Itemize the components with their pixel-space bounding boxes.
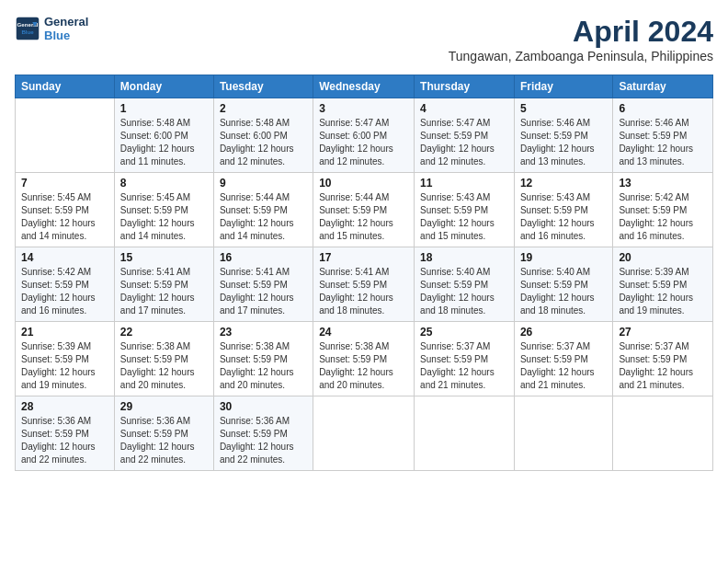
calendar-cell: 12Sunrise: 5:43 AM Sunset: 5:59 PM Dayli…: [514, 173, 612, 247]
calendar-cell: [613, 396, 713, 471]
day-info: Sunrise: 5:41 AM Sunset: 5:59 PM Dayligh…: [220, 266, 307, 317]
calendar-cell: 1Sunrise: 5:48 AM Sunset: 6:00 PM Daylig…: [114, 98, 213, 173]
day-number: 13: [619, 177, 707, 190]
calendar-cell: [16, 98, 115, 173]
calendar-cell: 10Sunrise: 5:44 AM Sunset: 5:59 PM Dayli…: [313, 173, 415, 247]
day-info: Sunrise: 5:43 AM Sunset: 5:59 PM Dayligh…: [420, 191, 508, 243]
calendar-table: SundayMondayTuesdayWednesdayThursdayFrid…: [15, 75, 713, 471]
day-number: 5: [520, 102, 607, 115]
calendar-week-row: 28Sunrise: 5:36 AM Sunset: 5:59 PM Dayli…: [16, 396, 713, 471]
day-info: Sunrise: 5:40 AM Sunset: 5:59 PM Dayligh…: [420, 266, 508, 317]
calendar-cell: 27Sunrise: 5:37 AM Sunset: 5:59 PM Dayli…: [613, 322, 713, 396]
calendar-header-saturday: Saturday: [613, 75, 713, 98]
day-info: Sunrise: 5:46 AM Sunset: 5:59 PM Dayligh…: [520, 117, 607, 168]
calendar-body: 1Sunrise: 5:48 AM Sunset: 6:00 PM Daylig…: [16, 98, 713, 471]
calendar-week-row: 7Sunrise: 5:45 AM Sunset: 5:59 PM Daylig…: [16, 173, 713, 247]
calendar-header-wednesday: Wednesday: [313, 75, 415, 98]
day-number: 17: [319, 251, 408, 264]
calendar-cell: 19Sunrise: 5:40 AM Sunset: 5:59 PM Dayli…: [514, 247, 612, 322]
day-info: Sunrise: 5:48 AM Sunset: 6:00 PM Dayligh…: [220, 117, 307, 168]
day-info: Sunrise: 5:39 AM Sunset: 5:59 PM Dayligh…: [21, 340, 108, 392]
day-number: 14: [21, 251, 108, 264]
calendar-week-row: 21Sunrise: 5:39 AM Sunset: 5:59 PM Dayli…: [16, 322, 713, 396]
calendar-cell: [415, 396, 515, 471]
calendar-cell: 11Sunrise: 5:43 AM Sunset: 5:59 PM Dayli…: [415, 173, 515, 247]
calendar-cell: 4Sunrise: 5:47 AM Sunset: 5:59 PM Daylig…: [415, 98, 515, 173]
day-number: 2: [220, 102, 307, 115]
calendar-cell: 7Sunrise: 5:45 AM Sunset: 5:59 PM Daylig…: [16, 173, 115, 247]
calendar-cell: 17Sunrise: 5:41 AM Sunset: 5:59 PM Dayli…: [313, 247, 415, 322]
calendar-header-monday: Monday: [114, 75, 213, 98]
day-number: 3: [319, 102, 408, 115]
calendar-cell: 6Sunrise: 5:46 AM Sunset: 5:59 PM Daylig…: [613, 98, 713, 173]
calendar-week-row: 14Sunrise: 5:42 AM Sunset: 5:59 PM Dayli…: [16, 247, 713, 322]
day-info: Sunrise: 5:47 AM Sunset: 5:59 PM Dayligh…: [420, 117, 508, 168]
day-number: 27: [619, 326, 707, 339]
calendar-cell: 16Sunrise: 5:41 AM Sunset: 5:59 PM Dayli…: [213, 247, 313, 322]
day-info: Sunrise: 5:46 AM Sunset: 5:59 PM Dayligh…: [619, 117, 707, 168]
day-number: 7: [21, 177, 108, 190]
day-info: Sunrise: 5:38 AM Sunset: 5:59 PM Dayligh…: [319, 340, 408, 392]
calendar-header-row: SundayMondayTuesdayWednesdayThursdayFrid…: [16, 75, 713, 98]
calendar-cell: [514, 396, 612, 471]
calendar-cell: 22Sunrise: 5:38 AM Sunset: 5:59 PM Dayli…: [114, 322, 213, 396]
calendar-cell: 3Sunrise: 5:47 AM Sunset: 6:00 PM Daylig…: [313, 98, 415, 173]
calendar-cell: 29Sunrise: 5:36 AM Sunset: 5:59 PM Dayli…: [114, 396, 213, 471]
page-header: General Blue General Blue April 2024 Tun…: [15, 15, 713, 71]
day-number: 30: [220, 400, 307, 413]
calendar-cell: 24Sunrise: 5:38 AM Sunset: 5:59 PM Dayli…: [313, 322, 415, 396]
day-number: 26: [520, 326, 607, 339]
calendar-cell: 9Sunrise: 5:44 AM Sunset: 5:59 PM Daylig…: [213, 173, 313, 247]
page-subtitle: Tungawan, Zamboanga Peninsula, Philippin…: [449, 49, 713, 63]
day-number: 28: [21, 400, 108, 413]
svg-text:Blue: Blue: [21, 29, 34, 35]
day-number: 15: [120, 251, 208, 264]
day-info: Sunrise: 5:37 AM Sunset: 5:59 PM Dayligh…: [619, 340, 707, 392]
day-number: 24: [319, 326, 408, 339]
day-number: 12: [520, 177, 607, 190]
day-info: Sunrise: 5:41 AM Sunset: 5:59 PM Dayligh…: [319, 266, 408, 317]
calendar-cell: 25Sunrise: 5:37 AM Sunset: 5:59 PM Dayli…: [415, 322, 515, 396]
calendar-week-row: 1Sunrise: 5:48 AM Sunset: 6:00 PM Daylig…: [16, 98, 713, 173]
day-info: Sunrise: 5:37 AM Sunset: 5:59 PM Dayligh…: [420, 340, 508, 392]
day-number: 8: [120, 177, 208, 190]
logo-icon: General Blue: [15, 16, 40, 41]
day-info: Sunrise: 5:43 AM Sunset: 5:59 PM Dayligh…: [520, 191, 607, 243]
day-info: Sunrise: 5:45 AM Sunset: 5:59 PM Dayligh…: [21, 191, 108, 243]
day-number: 29: [120, 400, 208, 413]
day-info: Sunrise: 5:36 AM Sunset: 5:59 PM Dayligh…: [21, 415, 108, 466]
calendar-cell: 30Sunrise: 5:36 AM Sunset: 5:59 PM Dayli…: [213, 396, 313, 471]
day-number: 25: [420, 326, 508, 339]
calendar-cell: 23Sunrise: 5:38 AM Sunset: 5:59 PM Dayli…: [213, 322, 313, 396]
calendar-cell: 13Sunrise: 5:42 AM Sunset: 5:59 PM Dayli…: [613, 173, 713, 247]
day-number: 1: [120, 102, 208, 115]
day-number: 21: [21, 326, 108, 339]
day-info: Sunrise: 5:42 AM Sunset: 5:59 PM Dayligh…: [21, 266, 108, 317]
calendar-cell: 5Sunrise: 5:46 AM Sunset: 5:59 PM Daylig…: [514, 98, 612, 173]
calendar-cell: 26Sunrise: 5:37 AM Sunset: 5:59 PM Dayli…: [514, 322, 612, 396]
calendar-cell: 28Sunrise: 5:36 AM Sunset: 5:59 PM Dayli…: [16, 396, 115, 471]
day-number: 10: [319, 177, 408, 190]
title-block: April 2024 Tungawan, Zamboanga Peninsula…: [449, 15, 713, 71]
day-info: Sunrise: 5:37 AM Sunset: 5:59 PM Dayligh…: [520, 340, 607, 392]
day-info: Sunrise: 5:44 AM Sunset: 5:59 PM Dayligh…: [220, 191, 307, 243]
calendar-header-sunday: Sunday: [16, 75, 115, 98]
day-number: 19: [520, 251, 607, 264]
calendar-cell: [313, 396, 415, 471]
calendar-header-friday: Friday: [514, 75, 612, 98]
day-number: 18: [420, 251, 508, 264]
day-info: Sunrise: 5:40 AM Sunset: 5:59 PM Dayligh…: [520, 266, 607, 317]
calendar-header-tuesday: Tuesday: [213, 75, 313, 98]
logo: General Blue General Blue: [15, 15, 88, 42]
day-number: 9: [220, 177, 307, 190]
day-number: 6: [619, 102, 707, 115]
day-info: Sunrise: 5:38 AM Sunset: 5:59 PM Dayligh…: [120, 340, 208, 392]
calendar-header-thursday: Thursday: [415, 75, 515, 98]
day-info: Sunrise: 5:41 AM Sunset: 5:59 PM Dayligh…: [120, 266, 208, 317]
calendar-cell: 2Sunrise: 5:48 AM Sunset: 6:00 PM Daylig…: [213, 98, 313, 173]
day-number: 23: [220, 326, 307, 339]
day-number: 22: [120, 326, 208, 339]
day-number: 11: [420, 177, 508, 190]
day-info: Sunrise: 5:38 AM Sunset: 5:59 PM Dayligh…: [220, 340, 307, 392]
day-number: 4: [420, 102, 508, 115]
